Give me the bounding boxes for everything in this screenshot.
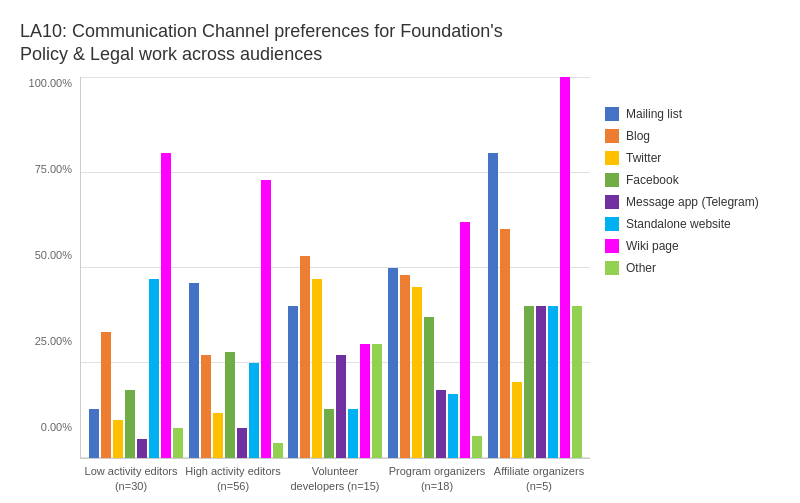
- x-axis-label: Affiliate organizers (n=5): [488, 464, 590, 493]
- legend-item: Facebook: [605, 173, 790, 187]
- legend-color-box: [605, 239, 619, 253]
- chart-and-x: Low activity editors (n=30)High activity…: [80, 77, 590, 493]
- bar: [348, 409, 358, 459]
- bar: [101, 332, 111, 458]
- groups-wrapper: [81, 77, 590, 459]
- bar: [273, 443, 283, 458]
- legend-label: Standalone website: [626, 217, 731, 231]
- legend-item: Mailing list: [605, 107, 790, 121]
- bar: [300, 256, 310, 458]
- legend-color-box: [605, 173, 619, 187]
- bar: [512, 382, 522, 458]
- bar: [237, 428, 247, 459]
- bar: [460, 222, 470, 459]
- bar: [560, 77, 570, 459]
- y-axis-label: 0.00%: [41, 421, 72, 433]
- legend-label: Facebook: [626, 173, 679, 187]
- bar-group: [385, 77, 485, 459]
- legend-item: Message app (Telegram): [605, 195, 790, 209]
- x-axis-label: High activity editors (n=56): [182, 464, 284, 493]
- legend-color-box: [605, 107, 619, 121]
- legend-item: Standalone website: [605, 217, 790, 231]
- bar: [173, 428, 183, 459]
- legend-color-box: [605, 261, 619, 275]
- legend-item: Wiki page: [605, 239, 790, 253]
- bar: [472, 436, 482, 459]
- bar: [548, 306, 558, 459]
- legend-area: Mailing listBlogTwitterFacebookMessage a…: [590, 77, 790, 493]
- legend-label: Other: [626, 261, 656, 275]
- bar: [572, 306, 582, 459]
- bar-group: [186, 77, 286, 459]
- bar: [225, 352, 235, 459]
- bar: [488, 153, 498, 458]
- legend-color-box: [605, 217, 619, 231]
- bar-group: [485, 77, 585, 459]
- bar: [336, 355, 346, 458]
- bar-group: [286, 77, 386, 459]
- bar: [536, 306, 546, 459]
- chart-container: LA10: Communication Channel preferences …: [0, 0, 800, 503]
- bar: [149, 279, 159, 458]
- legend-label: Blog: [626, 129, 650, 143]
- bar: [288, 306, 298, 459]
- chart-title: LA10: Communication Channel preferences …: [20, 20, 540, 67]
- x-axis-label: Program organizers (n=18): [386, 464, 488, 493]
- legend-color-box: [605, 129, 619, 143]
- y-axis-label: 75.00%: [35, 163, 72, 175]
- bar: [360, 344, 370, 458]
- x-axis-label: Low activity editors (n=30): [80, 464, 182, 493]
- legend-item: Twitter: [605, 151, 790, 165]
- x-axis-label: Volunteer developers (n=15): [284, 464, 386, 493]
- bar: [400, 275, 410, 458]
- bar: [89, 409, 99, 459]
- y-axis: 100.00%75.00%50.00%25.00%0.00%: [20, 77, 80, 493]
- legend-label: Mailing list: [626, 107, 682, 121]
- legend-color-box: [605, 151, 619, 165]
- bar: [249, 363, 259, 458]
- bar: [113, 420, 123, 458]
- x-labels: Low activity editors (n=30)High activity…: [80, 459, 590, 493]
- bar: [137, 439, 147, 458]
- legend-label: Twitter: [626, 151, 661, 165]
- legend-label: Wiki page: [626, 239, 679, 253]
- bar: [412, 287, 422, 459]
- chart-area: 100.00%75.00%50.00%25.00%0.00% Low activ…: [20, 77, 790, 493]
- y-axis-label: 50.00%: [35, 249, 72, 261]
- bar: [324, 409, 334, 459]
- bar: [312, 279, 322, 458]
- bar-group: [86, 77, 186, 459]
- bar: [424, 317, 434, 458]
- bar: [261, 180, 271, 459]
- legend-item: Other: [605, 261, 790, 275]
- bar: [213, 413, 223, 459]
- legend-item: Blog: [605, 129, 790, 143]
- bar: [189, 283, 199, 459]
- bar: [372, 344, 382, 458]
- bar: [201, 355, 211, 458]
- bar: [436, 390, 446, 459]
- bar: [125, 390, 135, 459]
- legend-color-box: [605, 195, 619, 209]
- bar: [524, 306, 534, 459]
- bar: [500, 229, 510, 458]
- bar: [161, 153, 171, 458]
- bars-area: [80, 77, 590, 460]
- bar: [448, 394, 458, 459]
- legend-label: Message app (Telegram): [626, 195, 759, 209]
- y-axis-label: 25.00%: [35, 335, 72, 347]
- bar: [388, 268, 398, 459]
- y-axis-label: 100.00%: [29, 77, 72, 89]
